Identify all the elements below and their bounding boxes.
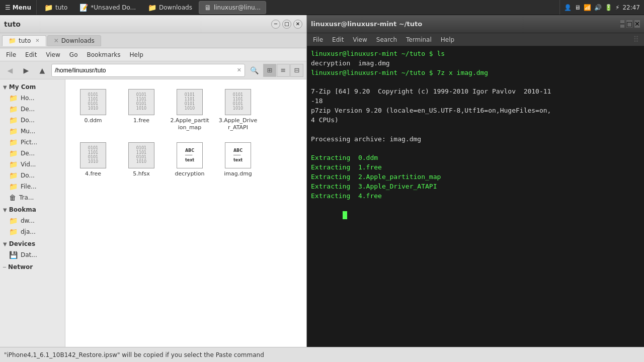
- sidebar-section-mycom: ▼ My Com 📁 Ho... 📁 De... 📁 Do...: [0, 81, 65, 203]
- fm-tab-close-tuto[interactable]: ✕: [35, 38, 39, 43]
- sidebar-item-music[interactable]: 📁 Mu...: [0, 126, 65, 137]
- sidebar-section-devices-header[interactable]: ▼ Devices: [0, 238, 65, 249]
- taskbar-icon-unsaved: 📝: [79, 4, 88, 12]
- file-item-0ddm[interactable]: 0101110101011010 0.ddm: [70, 84, 116, 135]
- file-icon-1free: 0101110101011010: [128, 89, 154, 115]
- sidebar-item-videos-label: Vid...: [21, 161, 36, 168]
- sidebar-item-pictures[interactable]: 📁 Pict...: [0, 137, 65, 148]
- term-line-13: Extracting 1.free: [311, 163, 640, 172]
- fm-menu-bookmarks[interactable]: Bookmarks: [83, 50, 124, 59]
- fm-close-button[interactable]: ✕: [293, 20, 302, 29]
- fm-menu-go[interactable]: Go: [65, 50, 82, 59]
- term-menu-search[interactable]: Search: [372, 35, 401, 44]
- file-item-imagdmg[interactable]: ABC───text imag.dmg: [215, 138, 261, 188]
- sidebar-item-tra[interactable]: 🗑 Tra...: [0, 192, 65, 203]
- file-item-1free[interactable]: 0101110101011010 1.free: [119, 84, 164, 135]
- term-output[interactable]: linuxusr@linuxusr-mint ~/tuto $ ls decry…: [307, 46, 644, 362]
- fm-tab-tuto[interactable]: 📁 tuto ✕: [2, 35, 46, 46]
- sidebar-section-network-header[interactable]: ─ Networ: [0, 261, 65, 273]
- file-label-4free: 4.free: [85, 170, 101, 177]
- drive-icon: 💾: [9, 251, 18, 259]
- taskbar-item-nautilus[interactable]: 📁 tuto: [39, 1, 73, 14]
- fm-up-button[interactable]: ▲: [35, 63, 49, 77]
- sidebar-item-videos[interactable]: 📁 Vid...: [0, 159, 65, 170]
- menu-button[interactable]: ☰ Menu: [0, 0, 37, 15]
- main-layout: tuto ─ □ ✕ 📁 tuto ✕ ✕ Downloads File Edi…: [0, 15, 644, 362]
- sidebar-item-desktop[interactable]: 📁 De...: [0, 104, 65, 115]
- term-menu-edit[interactable]: Edit: [328, 35, 348, 44]
- fm-menu-edit[interactable]: Edit: [21, 50, 41, 59]
- sidebar-item-home[interactable]: 📁 Ho...: [0, 93, 65, 104]
- taskbar-item-unsaved[interactable]: 📝 *Unsaved Do...: [74, 1, 141, 14]
- file-label-0ddm: 0.ddm: [84, 117, 102, 124]
- term-line-9: [311, 125, 640, 135]
- term-line-7: p7zip Version 9.20 (locale=en_US.UTF-8,U…: [311, 106, 640, 116]
- pics-folder-icon: 📁: [9, 138, 18, 146]
- file-item-4free[interactable]: 0101110101011010 4.free: [70, 138, 116, 188]
- sidebar-section-bookmarks-header[interactable]: ▼ Bookma: [0, 204, 65, 215]
- fm-menu-help[interactable]: Help: [126, 50, 147, 59]
- sidebar-section-network: ─ Networ: [0, 261, 65, 273]
- term-menu-file[interactable]: File: [309, 35, 327, 44]
- taskbar-item-downloads[interactable]: 📁 Downloads: [142, 1, 198, 14]
- sidebar-item-dat[interactable]: 💾 Dat...: [0, 249, 65, 260]
- file-item-3ada[interactable]: 0101110101011010 3.Apple_Driver_ATAPI: [215, 84, 261, 135]
- term-line-3: linuxusr@linuxusr-mint ~/tuto $ 7z x ima…: [311, 68, 640, 78]
- fm-title: tuto: [4, 20, 21, 28]
- fm-view-list-button[interactable]: ≡: [277, 64, 290, 77]
- sidebar-item-do2[interactable]: 📁 Do...: [0, 170, 65, 181]
- fm-path-bar: ✕: [51, 64, 245, 77]
- fm-menu-file[interactable]: File: [2, 50, 20, 59]
- sidebar-section-mycom-label: My Com: [9, 83, 36, 90]
- term-menu-help[interactable]: Help: [437, 35, 458, 44]
- sidebar-item-dja[interactable]: 📁 dja...: [0, 226, 65, 237]
- term-close-button[interactable]: ✕: [634, 20, 640, 28]
- file-item-decryption[interactable]: ABC───text decryption: [167, 138, 212, 188]
- taskbar-item-terminal[interactable]: 🖥 linuxusr@linu...: [199, 1, 266, 14]
- term-menubar: File Edit View Search Terminal Help ⠿: [307, 33, 644, 46]
- sidebar-section-bookmarks-label: Bookma: [9, 206, 36, 213]
- fm-tabs: 📁 tuto ✕ ✕ Downloads: [0, 33, 306, 48]
- term-line-6: -18: [311, 97, 640, 106]
- file-icon-decryption: ABC───text: [177, 142, 203, 168]
- bookmarks-toggle-icon: ▼: [3, 207, 7, 213]
- taskbar-icon-nautilus: 📁: [44, 4, 53, 12]
- fm-titlebar: tuto ─ □ ✕: [0, 15, 306, 33]
- music-folder-icon: 📁: [9, 127, 18, 135]
- fm-menu-view[interactable]: View: [42, 50, 64, 59]
- term-line-1: linuxusr@linuxusr-mint ~/tuto $ ls: [311, 49, 640, 59]
- file-icon-5hfsx: 0101110101011010: [128, 142, 154, 168]
- fm-view-grid-button[interactable]: ⊞: [263, 64, 276, 77]
- sidebar-item-pics-label: Pict...: [21, 139, 37, 146]
- fm-path-input[interactable]: [55, 67, 237, 74]
- sidebar-item-documents[interactable]: 📁 Do...: [0, 115, 65, 126]
- fm-view-tree-button[interactable]: ⊟: [290, 64, 303, 77]
- taskbar-label-nautilus: tuto: [55, 4, 67, 11]
- term-cursor-line: [311, 201, 640, 230]
- term-title: linuxusr@linuxusr-mint ~/tuto: [311, 20, 422, 28]
- fm-search-button[interactable]: 🔍: [247, 63, 261, 77]
- term-maximize-button[interactable]: □: [626, 20, 632, 28]
- fm-maximize-button[interactable]: □: [282, 20, 291, 29]
- fm-tab-downloads[interactable]: ✕ Downloads: [47, 35, 101, 46]
- sidebar-section-bookmarks: ▼ Bookma 📁 dw... 📁 dja...: [0, 204, 65, 237]
- term-minimize-button[interactable]: ─: [620, 20, 624, 28]
- sidebar-item-home-label: Ho...: [21, 95, 35, 102]
- file-label-5hfsx: 5.hfsx: [133, 170, 150, 177]
- docs-folder-icon: 📁: [9, 116, 18, 124]
- fm-forward-button[interactable]: ▶: [19, 63, 33, 77]
- file-item-2apm[interactable]: 0101110101011010 2.Apple_partition_map: [167, 84, 212, 135]
- fm-back-button[interactable]: ◀: [3, 63, 17, 77]
- sidebar-item-dw-label: dw...: [21, 217, 35, 224]
- file-item-5hfsx[interactable]: 0101110101011010 5.hfsx: [119, 138, 164, 188]
- sidebar-item-file[interactable]: 📁 File...: [0, 181, 65, 192]
- sidebar-section-mycom-header[interactable]: ▼ My Com: [0, 81, 65, 93]
- sidebar-item-dja-label: dja...: [21, 228, 36, 235]
- fm-path-clear-button[interactable]: ✕: [237, 67, 242, 73]
- sidebar-item-dw[interactable]: 📁 dw...: [0, 215, 65, 226]
- sidebar-item-de2[interactable]: 📁 De...: [0, 148, 65, 159]
- fm-minimize-button[interactable]: ─: [271, 20, 280, 29]
- file-label-1free: 1.free: [133, 117, 149, 124]
- term-menu-view[interactable]: View: [349, 35, 371, 44]
- term-menu-terminal[interactable]: Terminal: [402, 35, 436, 44]
